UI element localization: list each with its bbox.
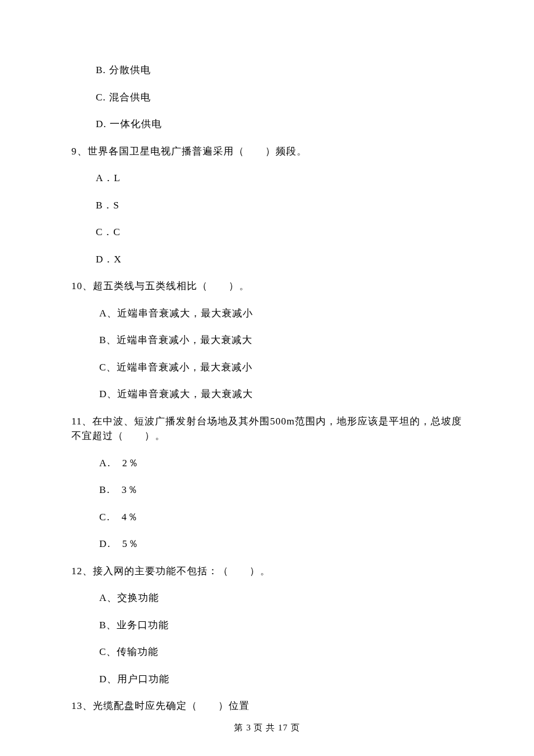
q10-option-b: B、近端串音衰减小，最大衰减大 — [71, 333, 463, 348]
q8-option-d: D. 一体化供电 — [71, 117, 463, 132]
q11-stem: 11、在中波、短波广播发射台场地及其外围500m范围内，地形应该是平坦的，总坡度… — [71, 414, 463, 444]
page-footer: 第 3 页 共 17 页 — [0, 721, 534, 735]
q11-option-d: D. 5％ — [71, 537, 463, 552]
q12-option-b: B、业务口功能 — [71, 618, 463, 633]
q11-option-b: B. 3％ — [71, 483, 463, 498]
q9-option-d: D．X — [71, 252, 463, 267]
q10-option-c: C、近端串音衰减小，最大衰减小 — [71, 360, 463, 375]
q9-option-b: B．S — [71, 198, 463, 213]
q12-option-c: C、传输功能 — [71, 645, 463, 660]
q11-option-c: C. 4％ — [71, 510, 463, 525]
q11-option-a: A. 2％ — [71, 456, 463, 471]
q8-option-c: C. 混合供电 — [71, 90, 463, 105]
q10-option-a: A、近端串音衰减大，最大衰减小 — [71, 306, 463, 321]
q10-stem: 10、超五类线与五类线相比（ ）。 — [71, 279, 463, 294]
q9-stem: 9、世界各国卫星电视广播普遍采用（ ）频段。 — [71, 144, 463, 159]
q9-option-a: A．L — [71, 171, 463, 186]
q12-stem: 12、接入网的主要功能不包括：（ ）。 — [71, 564, 463, 579]
q10-option-d: D、近端串音衰减大，最大衰减大 — [71, 387, 463, 402]
q9-option-c: C．C — [71, 225, 463, 240]
q8-option-b: B. 分散供电 — [71, 63, 463, 78]
q13-stem: 13、光缆配盘时应先确定（ ）位置 — [71, 699, 463, 714]
q12-option-a: A、交换功能 — [71, 591, 463, 606]
q12-option-d: D、用户口功能 — [71, 672, 463, 687]
